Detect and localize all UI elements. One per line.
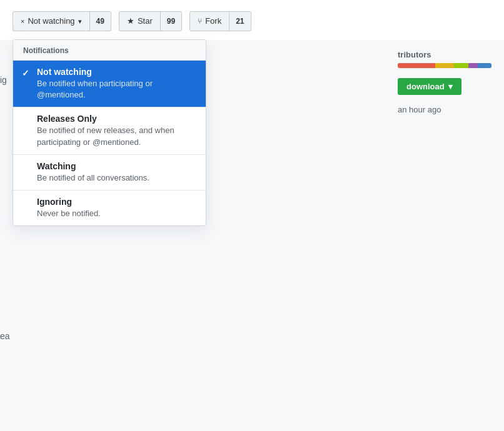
partial-text-ig: ig bbox=[0, 75, 7, 85]
top-bar: × Not watching ▾ 49 ★ Star 99 ⑂ Fork 21 bbox=[0, 0, 504, 40]
contrib-seg-1 bbox=[398, 63, 435, 68]
fork-button-group: ⑂ Fork 21 bbox=[189, 11, 251, 31]
watch-button[interactable]: × Not watching ▾ bbox=[13, 11, 89, 31]
star-icon: ★ bbox=[127, 15, 134, 27]
star-count[interactable]: 99 bbox=[160, 11, 182, 31]
item-title-watching: Watching bbox=[37, 161, 196, 171]
item-title-not-watching: Not watching bbox=[37, 67, 196, 77]
time-ago-label: an hour ago bbox=[398, 105, 491, 114]
watch-label: Not watching bbox=[28, 15, 74, 27]
download-chevron-icon: ▾ bbox=[448, 82, 453, 91]
watch-button-group: × Not watching ▾ 49 bbox=[13, 11, 111, 31]
item-desc-watching: Be notified of all conversations. bbox=[37, 172, 196, 184]
star-button-group: ★ Star 99 bbox=[119, 11, 182, 31]
contrib-seg-3 bbox=[454, 63, 468, 68]
sidebar-right: tributors download ▾ an hour ago bbox=[398, 50, 491, 114]
star-button[interactable]: ★ Star bbox=[119, 11, 160, 31]
item-title-ignoring: Ignoring bbox=[37, 197, 196, 207]
fork-count[interactable]: 21 bbox=[229, 11, 251, 31]
download-label: download bbox=[406, 82, 445, 91]
dropdown-item-watching[interactable]: Watching Be notified of all conversation… bbox=[13, 155, 206, 191]
contrib-seg-4 bbox=[468, 63, 478, 68]
dropdown-panel: Notifications ✓ Not watching Be notified… bbox=[13, 39, 206, 226]
watch-dropdown: Notifications ✓ Not watching Be notified… bbox=[13, 39, 206, 226]
watch-count[interactable]: 49 bbox=[89, 11, 111, 31]
item-title-releases-only: Releases Only bbox=[37, 114, 196, 124]
dropdown-item-releases-only[interactable]: Releases Only Be notified of new release… bbox=[13, 107, 206, 154]
contributors-bar bbox=[398, 63, 491, 68]
dropdown-item-not-watching[interactable]: ✓ Not watching Be notified when particip… bbox=[13, 61, 206, 107]
item-desc-releases-only: Be notified of new releases, and when pa… bbox=[37, 125, 196, 147]
item-desc-not-watching: Be notified when participating or @menti… bbox=[37, 78, 196, 101]
fork-button[interactable]: ⑂ Fork bbox=[189, 11, 229, 31]
checkmark-icon: ✓ bbox=[22, 68, 29, 78]
dropdown-item-ignoring[interactable]: Ignoring Never be notified. bbox=[13, 191, 206, 225]
contributors-label: tributors bbox=[398, 50, 491, 59]
partial-text-ea: ea bbox=[0, 331, 10, 341]
contrib-seg-5 bbox=[478, 63, 492, 68]
chevron-down-icon: ▾ bbox=[78, 15, 82, 27]
fork-icon: ⑂ bbox=[198, 15, 202, 27]
item-desc-ignoring: Never be notified. bbox=[37, 208, 196, 219]
contrib-seg-2 bbox=[435, 63, 454, 68]
dropdown-header: Notifications bbox=[13, 40, 206, 61]
x-icon: × bbox=[21, 15, 24, 27]
star-label: Star bbox=[138, 15, 153, 27]
fork-label: Fork bbox=[205, 15, 221, 27]
download-button[interactable]: download ▾ bbox=[398, 78, 461, 95]
